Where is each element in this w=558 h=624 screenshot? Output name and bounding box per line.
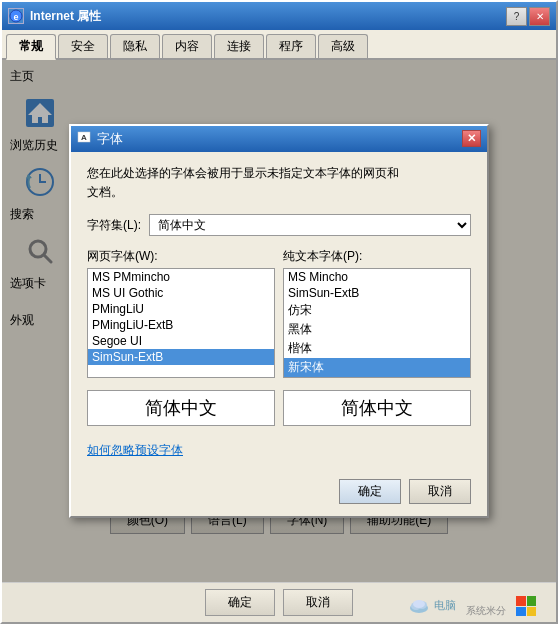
list-item-selected[interactable]: SimSun-ExtB [88, 349, 274, 365]
close-button[interactable]: ✕ [529, 7, 550, 26]
plain-font-section: 纯文本字体(P): MS Mincho SimSun-ExtB 仿宋 黑体 楷体… [283, 248, 471, 378]
windows-logo [516, 596, 536, 616]
list-item[interactable]: MS PMmincho [88, 269, 274, 285]
list-item[interactable]: SimSun-ExtB [284, 285, 470, 301]
font-dialog: A 字体 ✕ 您在此处选择的字体会被用于显示未指定文本字体的网页和文档。 字符集… [69, 124, 489, 518]
help-button[interactable]: ? [506, 7, 527, 26]
modal-titlebar: A 字体 ✕ [71, 126, 487, 152]
cloud-icon [408, 594, 430, 616]
web-font-preview: 简体中文 [87, 390, 275, 426]
plain-font-preview: 简体中文 [283, 390, 471, 426]
web-font-section: 网页字体(W): MS PMmincho MS UI Gothic PMingL… [87, 248, 275, 378]
web-font-label: 网页字体(W): [87, 248, 275, 265]
tabs-bar: 常规 安全 隐私 内容 连接 程序 高级 [2, 30, 556, 60]
tab-privacy[interactable]: 隐私 [110, 34, 160, 58]
watermark-text: 电脑 [434, 598, 456, 613]
list-item[interactable]: MS UI Gothic [88, 285, 274, 301]
window-title: Internet 属性 [30, 8, 500, 25]
modal-body: 您在此处选择的字体会被用于显示未指定文本字体的网页和文档。 字符集(L): 简体… [71, 152, 487, 471]
list-item[interactable]: MS Mincho [284, 269, 470, 285]
charset-label: 字符集(L): [87, 217, 141, 234]
titlebar-icon: e [8, 8, 24, 24]
list-item-selected[interactable]: 新宋体 [284, 358, 470, 377]
titlebar: e Internet 属性 ? ✕ [2, 2, 556, 30]
tab-security[interactable]: 安全 [58, 34, 108, 58]
list-item[interactable]: PMingLiU [88, 301, 274, 317]
list-item[interactable]: 黑体 [284, 320, 470, 339]
svg-text:e: e [13, 12, 18, 22]
list-item[interactable]: Segoe UI [88, 333, 274, 349]
modal-close-button[interactable]: ✕ [462, 130, 481, 147]
modal-overlay: A 字体 ✕ 您在此处选择的字体会被用于显示未指定文本字体的网页和文档。 字符集… [2, 60, 556, 582]
site-text: 系统米分 [466, 604, 506, 618]
window-controls: ? ✕ [506, 7, 550, 26]
plain-font-label: 纯文本字体(P): [283, 248, 471, 265]
main-ok-button[interactable]: 确定 [205, 589, 275, 616]
ignore-preset-fonts-link[interactable]: 如何忽略预设字体 [87, 443, 183, 457]
list-item[interactable]: 楷体 [284, 339, 470, 358]
list-item[interactable]: PMingLiU-ExtB [88, 317, 274, 333]
modal-description: 您在此处选择的字体会被用于显示未指定文本字体的网页和文档。 [87, 164, 471, 202]
modal-cancel-button[interactable]: 取消 [409, 479, 471, 504]
tab-content[interactable]: 内容 [162, 34, 212, 58]
list-item[interactable]: 仿宋 [284, 301, 470, 320]
web-font-listbox[interactable]: MS PMmincho MS UI Gothic PMingLiU PMingL… [87, 268, 275, 378]
main-window: e Internet 属性 ? ✕ 常规 安全 隐私 内容 连接 程序 高级 主… [0, 0, 558, 624]
svg-text:A: A [81, 133, 87, 142]
tab-programs[interactable]: 程序 [266, 34, 316, 58]
charset-select[interactable]: 简体中文 [149, 214, 471, 236]
tab-advanced[interactable]: 高级 [318, 34, 368, 58]
charset-row: 字符集(L): 简体中文 [87, 214, 471, 236]
tab-general[interactable]: 常规 [6, 34, 56, 60]
tab-connection[interactable]: 连接 [214, 34, 264, 58]
main-cancel-button[interactable]: 取消 [283, 589, 353, 616]
font-lists: 网页字体(W): MS PMmincho MS UI Gothic PMingL… [87, 248, 471, 378]
modal-title: 字体 [97, 130, 456, 148]
modal-ok-button[interactable]: 确定 [339, 479, 401, 504]
modal-footer: 确定 取消 [71, 471, 487, 516]
plain-font-listbox[interactable]: MS Mincho SimSun-ExtB 仿宋 黑体 楷体 新宋体 [283, 268, 471, 378]
svg-point-13 [413, 600, 425, 608]
modal-titlebar-icon: A [77, 130, 91, 147]
